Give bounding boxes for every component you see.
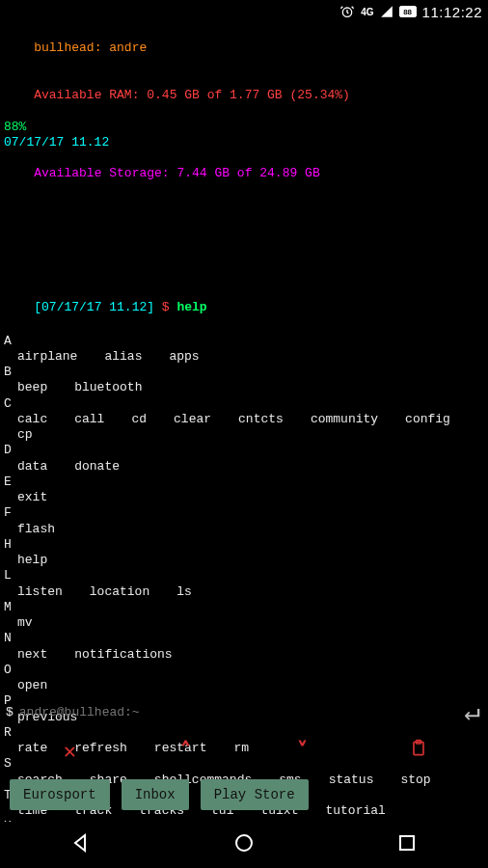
help-command: calc (17, 412, 47, 427)
help-row: listenlocationls (4, 584, 484, 600)
help-command: location (90, 584, 149, 600)
header-datetime: 07/17/17 11.12 (4, 135, 484, 150)
help-command: cp (17, 427, 33, 443)
clock: 11:12:22 (422, 4, 482, 20)
help-row: nextnotifications (4, 647, 484, 663)
prompt-line: [07/17/17 11.12] $ help (4, 285, 484, 332)
ram-value: 0.45 GB of 1.77 GB (25.34%) (147, 88, 350, 102)
action-icons: ✕ ˄ ˅ (0, 732, 488, 775)
ram-label: Available RAM: (34, 88, 147, 102)
svg-rect-4 (400, 836, 414, 850)
help-command: config (405, 412, 450, 427)
bracket: [ (34, 300, 41, 314)
chevron-down-icon[interactable]: ˅ (287, 739, 316, 765)
back-icon[interactable] (69, 831, 93, 858)
user-name: andre (109, 41, 147, 55)
help-command: community (311, 412, 378, 427)
close-icon[interactable]: ✕ (55, 739, 84, 765)
help-letter: M (4, 600, 484, 615)
help-letter: O (4, 663, 484, 678)
help-command: flash (17, 522, 55, 537)
chip-inbox[interactable]: Inbox (122, 779, 189, 810)
help-command: data (17, 459, 47, 475)
help-letter: D (4, 443, 484, 458)
bracket: ] (147, 300, 154, 314)
help-command: listen (17, 584, 63, 600)
help-command: next (17, 647, 47, 663)
bottom-panel: $ ↵ ✕ ˄ ˅ Eurosport Inbox Play Store (0, 692, 488, 868)
chevron-up-icon[interactable]: ˄ (172, 739, 201, 765)
help-command: apps (169, 349, 199, 365)
help-command: clear (174, 412, 211, 427)
help-command: bluetooth (74, 380, 142, 395)
prompt-dollar: $ (154, 300, 176, 314)
help-row: beepbluetooth (4, 380, 484, 395)
help-letter: A (4, 334, 484, 349)
svg-point-3 (236, 835, 252, 851)
android-navbar (0, 822, 488, 868)
app-suggestions: Eurosport Inbox Play Store (0, 775, 488, 822)
help-letter: H (4, 537, 484, 553)
help-command: ls (176, 584, 192, 600)
chip-eurosport[interactable]: Eurosport (10, 779, 110, 810)
help-command: cntcts (238, 412, 284, 427)
network-label: 4G (361, 7, 373, 17)
help-command: help (17, 553, 47, 568)
help-row: flash (4, 522, 484, 537)
help-letter: N (4, 631, 484, 646)
help-letter: E (4, 475, 484, 490)
help-command: exit (17, 490, 47, 505)
help-command: cd (131, 412, 147, 427)
help-letter: C (4, 396, 484, 412)
help-letter: F (4, 505, 484, 521)
input-dollar: $ (6, 705, 14, 719)
help-row: exit (4, 490, 484, 505)
chip-playstore[interactable]: Play Store (201, 779, 309, 810)
help-row: datadonate (4, 459, 484, 475)
help-command: beep (17, 380, 47, 395)
prompt-time: 07/17/17 11.12 (41, 300, 147, 314)
prompt-command: help (176, 300, 206, 314)
help-letter: L (4, 568, 484, 583)
command-input[interactable] (19, 705, 458, 719)
help-command: alias (104, 349, 142, 365)
help-command: notifications (74, 647, 172, 663)
help-command: mv (17, 615, 33, 631)
help-row: calccallcdclearcntctscommunityconfigcp (4, 412, 484, 444)
clipboard-icon[interactable] (404, 738, 433, 766)
storage-label: Available Storage: (34, 166, 176, 180)
android-statusbar: 4G 88 11:12:22 (0, 0, 488, 23)
host-label: bullhead: (34, 41, 109, 55)
help-row: help (4, 553, 484, 568)
recent-icon[interactable] (395, 831, 419, 858)
help-row: mv (4, 615, 484, 631)
help-letter: B (4, 365, 484, 380)
alarm-icon (339, 4, 355, 19)
signal-icon (380, 5, 393, 18)
storage-value: 7.44 GB of 24.89 GB (176, 166, 319, 180)
battery-icon: 88 (399, 6, 417, 17)
battery-pct: 88% (4, 120, 484, 135)
enter-icon[interactable]: ↵ (464, 695, 480, 728)
help-command: airplane (17, 349, 77, 365)
help-command: donate (74, 459, 120, 475)
home-icon[interactable] (232, 831, 256, 858)
input-row: $ ↵ (0, 692, 488, 732)
help-row: airplanealiasapps (4, 349, 484, 365)
help-command: call (74, 412, 104, 427)
